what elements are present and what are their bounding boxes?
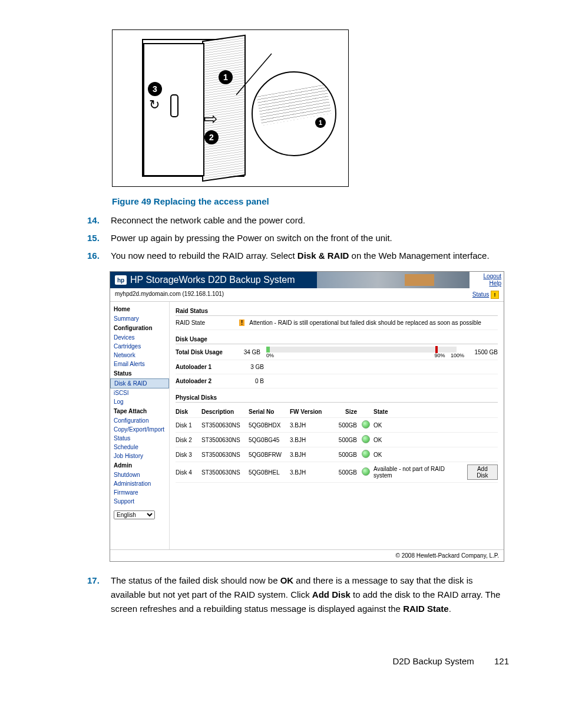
sidebar-item-firmware[interactable]: Firmware xyxy=(110,488,169,497)
help-link[interactable]: Help xyxy=(472,280,501,287)
app-title: HP StorageWorks D2D Backup System xyxy=(130,275,295,285)
autoloader-2-row: Autoloader 2 0 B xyxy=(176,374,498,388)
sidebar: Home Summary Configuration Devices Cartr… xyxy=(110,302,170,549)
figure-caption: Figure 49 Replacing the access panel xyxy=(112,196,509,206)
col-state: State xyxy=(373,409,498,415)
page-footer: D2D Backup System 121 xyxy=(392,656,509,666)
step-number: 16. xyxy=(87,249,100,263)
sidebar-head-home: Home xyxy=(110,304,169,314)
warning-icon: ! xyxy=(491,291,499,299)
hp-logo-icon: hp xyxy=(115,275,127,285)
autoloader-1-label: Autoloader 1 xyxy=(176,364,234,370)
sidebar-item-ta-jobhistory[interactable]: Job History xyxy=(110,452,169,460)
app-subheader: myhpd2d.mydomain.com (192.168.1.101) Sta… xyxy=(110,288,504,302)
table-row: Disk 1 ST3500630NS 5QG0BHDX 3.BJH 500GB … xyxy=(176,418,498,433)
col-fw-version: FW Version xyxy=(290,409,328,415)
sidebar-item-email-alerts[interactable]: Email Alerts xyxy=(110,360,169,368)
sidebar-item-ta-config[interactable]: Configuration xyxy=(110,416,169,425)
logout-link[interactable]: Logout xyxy=(472,273,501,280)
table-row: Disk 3 ST3500630NS 5QG0BFRW 3.BJH 500GB … xyxy=(176,447,498,462)
cell-state: Available - not part of RAID system Add … xyxy=(373,465,498,480)
sidebar-item-network[interactable]: Network xyxy=(110,351,169,360)
section-disk-usage: Disk Usage xyxy=(176,334,498,344)
cell-fw: 3.BJH xyxy=(290,452,328,458)
step-16: 16. You now need to rebuild the RAID arr… xyxy=(87,249,509,263)
cell-disk: Disk 2 xyxy=(176,437,201,443)
sidebar-item-cartridges[interactable]: Cartridges xyxy=(110,342,169,351)
inset-callout-1: 1 xyxy=(315,117,326,128)
sidebar-item-shutdown[interactable]: Shutdown xyxy=(110,470,169,479)
step17-p4: . xyxy=(449,604,451,614)
raid-state-row: RAID State ! Attention - RAID is still o… xyxy=(176,316,498,330)
door-handle xyxy=(170,94,178,117)
cell-disk: Disk 4 xyxy=(176,469,201,476)
cell-state: OK xyxy=(373,422,498,429)
sidebar-item-disk-raid[interactable]: Disk & RAID xyxy=(110,378,169,388)
cell-disk: Disk 1 xyxy=(176,422,201,429)
banner-image xyxy=(317,272,470,288)
callout-3: 3 xyxy=(148,82,162,96)
cell-fw: 3.BJH xyxy=(290,422,328,429)
usage-percent: 0% xyxy=(266,353,274,358)
sidebar-item-devices[interactable]: Devices xyxy=(110,333,169,342)
mark-100-label: 100% xyxy=(451,353,464,358)
step17-b3: RAID State xyxy=(403,604,449,614)
cell-serial: 5QG0BG45 xyxy=(249,437,290,443)
sidebar-item-ta-copy[interactable]: Copy/Export/Import xyxy=(110,425,169,434)
leader-line xyxy=(236,51,277,98)
usage-bar-bg xyxy=(266,347,457,353)
raid-state-message: Attention - RAID is still operational bu… xyxy=(249,319,481,326)
step-text-pre: You now need to rebuild the RAID array. … xyxy=(111,251,297,261)
copyright-text: © 2008 Hewlett-Packard Company, L.P. xyxy=(396,552,499,559)
add-disk-button[interactable]: Add Disk xyxy=(467,465,498,480)
sidebar-head-configuration: Configuration xyxy=(110,323,169,333)
status-led-icon xyxy=(362,467,373,477)
host-address: myhpd2d.mydomain.com (192.168.1.101) xyxy=(115,291,224,299)
step-text-post: on the Web Management interface. xyxy=(349,251,489,261)
step-number: 14. xyxy=(87,213,100,228)
cell-state: OK xyxy=(373,452,498,458)
cell-desc: ST3500630NS xyxy=(201,437,249,443)
sidebar-item-administration[interactable]: Administration xyxy=(110,479,169,488)
status-indicator[interactable]: Status ! xyxy=(472,291,499,299)
sidebar-item-summary[interactable]: Summary xyxy=(110,314,169,323)
sidebar-item-ta-status[interactable]: Status xyxy=(110,434,169,443)
cell-serial: 5QG0BFRW xyxy=(249,452,290,458)
status-led-icon xyxy=(362,450,373,459)
figure-49-diagram: 1 ⇨ 2 3 ↻ 1 xyxy=(112,29,349,187)
header-links: Logout Help xyxy=(470,272,504,288)
step17-b2: Add Disk xyxy=(312,589,351,599)
language-select[interactable]: English xyxy=(114,510,155,519)
usage-bar: 0% 90% 100% xyxy=(266,347,457,357)
usage-bar-fill xyxy=(266,347,270,353)
sidebar-item-ta-schedule[interactable]: Schedule xyxy=(110,443,169,452)
cell-disk: Disk 3 xyxy=(176,452,201,458)
mark-90-label: 90% xyxy=(435,353,445,358)
app-header: hp HP StorageWorks D2D Backup System Log… xyxy=(110,272,504,288)
cell-state: OK xyxy=(373,437,498,443)
cell-size: 500GB xyxy=(328,469,362,476)
sidebar-head-admin: Admin xyxy=(110,460,169,470)
sidebar-item-log[interactable]: Log xyxy=(110,397,169,406)
sidebar-item-support[interactable]: Support xyxy=(110,497,169,506)
status-led-icon xyxy=(362,435,373,444)
step-text: Power up again by pressing the Power on … xyxy=(111,233,392,243)
callout-1: 1 xyxy=(219,70,233,84)
total-usage-value: 34 GB xyxy=(237,349,264,355)
cell-fw: 3.BJH xyxy=(290,437,328,443)
step17-p1: The status of the failed disk should now… xyxy=(111,575,280,585)
cell-size: 500GB xyxy=(328,422,362,429)
page-number: 121 xyxy=(494,656,509,666)
step-number: 15. xyxy=(87,231,100,245)
step-15: 15. Power up again by pressing the Power… xyxy=(87,231,509,245)
sidebar-item-iscsi[interactable]: iSCSI xyxy=(110,388,169,397)
cell-desc: ST3500630NS xyxy=(201,452,249,458)
table-row: Disk 4 ST3500630NS 5QG0BHEL 3.BJH 500GB … xyxy=(176,462,498,483)
status-link[interactable]: Status xyxy=(472,291,489,298)
raid-state-label: RAID State xyxy=(176,319,234,326)
usage-bar-labels: 0% 90% 100% xyxy=(266,353,457,358)
table-row: Disk 2 ST3500630NS 5QG0BG45 3.BJH 500GB … xyxy=(176,433,498,447)
disk-table: Disk Description Serial No FW Version Si… xyxy=(176,406,498,483)
total-usage-label: Total Disk Usage xyxy=(176,349,234,355)
svg-line-0 xyxy=(236,54,272,95)
